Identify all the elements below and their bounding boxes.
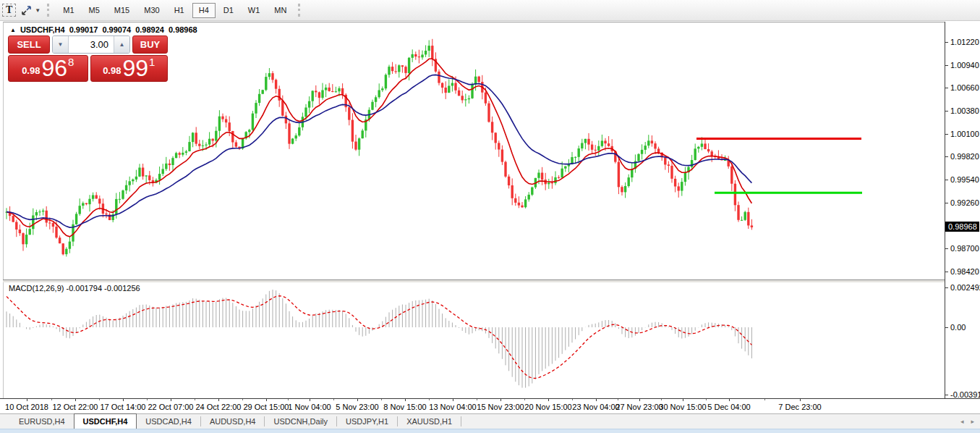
volume-stepper: ▼ 3.00 ▲ [52,35,130,54]
sell-pips: 96 [41,57,67,79]
time-axis-label: 29 Oct 15:00 [244,403,289,411]
time-axis-tick [171,399,171,401]
time-axis-tick [266,399,267,401]
time-axis-tick [123,399,124,401]
price-axis-tick [945,287,948,288]
time-axis-label: 30 Nov 15:00 [659,403,706,411]
price-axis[interactable]: 1.012201.009401.006601.003801.001000.998… [945,22,980,398]
time-axis-label: 1 Nov 04:00 [288,403,331,411]
chart-tab-usdjpy-h1[interactable]: USDJPY,H1 [337,414,397,429]
text-tool-button[interactable]: T [1,1,17,19]
volume-decrease-button[interactable]: ▼ [53,36,69,53]
macd-axis-label: 0.00 [950,323,966,332]
time-axis-tick [357,399,358,401]
time-axis-minor-tick [477,399,477,400]
price-axis-tick [945,42,948,43]
timeframe-toolbar: M1M5M15M30H1H4D1W1MN [56,3,294,18]
volume-input[interactable]: 3.00 [69,36,114,53]
status-strip [0,429,980,433]
macd-indicator-pane[interactable]: MACD(12,26,9) -0.001794 -0.001256 [3,282,945,398]
price-axis-tick [945,111,948,112]
timeframe-button-m15[interactable]: M15 [108,3,136,18]
time-axis-minor-tick [381,399,382,400]
timeframe-button-h1[interactable]: H1 [168,3,191,18]
time-axis-label: 23 Nov 04:00 [572,403,619,411]
time-axis-tick [683,399,683,401]
current-price-label: 0.98968 [945,222,979,232]
toolbar-grip[interactable] [298,4,302,17]
price-axis-tick [945,203,948,203]
time-axis-label: 20 Nov 15:00 [524,403,571,411]
sell-quote-button[interactable]: 0.98 96 8 [8,55,88,82]
time-axis-tick [800,399,801,401]
time-axis[interactable]: 10 Oct 201812 Oct 22:0017 Oct 14:0022 Oc… [0,398,980,414]
chart-tab-usdchf-h4[interactable]: USDCHF,H4 [74,413,137,429]
timeframe-button-d1[interactable]: D1 [217,3,240,18]
time-axis-minor-tick [764,399,765,400]
time-axis-tick [596,399,597,401]
timeframe-button-mn[interactable]: MN [268,3,293,18]
price-axis-tick [945,156,948,157]
timeframe-button-m1[interactable]: M1 [56,3,80,18]
price-axis-tick [945,248,948,249]
buy-button[interactable]: BUY [132,35,168,54]
low-value: 0.98924 [135,25,164,34]
price-axis-tick [945,395,948,395]
timeframe-button-m30[interactable]: M30 [137,3,166,18]
triangle-up-icon: ▲ [119,41,125,48]
time-axis-tick [218,399,219,401]
symbol-label: USDCHF,H4 [20,25,65,34]
tab-scroll-left-icon[interactable]: ◂ [960,418,964,425]
time-axis-tick [27,399,27,401]
tab-scroll-right-icon[interactable]: ▸ [971,418,974,425]
high-value: 0.99074 [102,25,131,34]
collapse-panel-icon[interactable]: ▲ [10,27,16,33]
sell-button[interactable]: SELL [8,35,50,54]
arrow-objects-button[interactable]: ▼ [20,1,41,19]
time-axis-minor-tick [661,399,662,400]
price-chart-pane[interactable]: ▲ USDCHF,H4 0.99017 0.99074 0.98924 0.98… [3,22,945,280]
time-axis-tick [639,399,640,401]
time-axis-label: 10 Oct 2018 [5,403,48,411]
chart-tab-xauusd-h1[interactable]: XAUUSD,H1 [398,414,461,429]
chart-tab-usdcnh-daily[interactable]: USDCNH,Daily [265,414,336,429]
time-axis-minor-tick [242,399,243,400]
arrow-objects-icon [20,5,33,16]
time-axis-minor-tick [51,399,52,400]
macd-axis-label: 0.002492 [950,283,980,292]
open-value: 0.99017 [69,25,98,34]
time-axis-label: 12 Oct 22:00 [53,403,98,411]
timeframe-button-m5[interactable]: M5 [82,3,106,18]
one-click-trading-panel: SELL ▼ 3.00 ▲ BUY 0.98 96 8 0.98 99 1 [8,35,168,82]
price-axis-label: 1.00660 [950,83,979,92]
price-axis-label: 0.98420 [950,267,979,276]
time-axis-label: 27 Nov 23:00 [615,403,662,411]
price-axis-tick [945,272,948,272]
tab-scroll-buttons: ◂▸ [960,414,974,429]
price-axis-label: 1.00940 [950,61,979,70]
time-axis-tick [405,399,406,401]
chart-tab-bar: EURUSD,H4USDCHF,H4USDCAD,H4AUDUSD,H4USDC… [0,413,980,429]
close-value: 0.98968 [169,25,197,34]
time-axis-tick [75,399,76,401]
toolbar-grip[interactable] [47,4,51,17]
time-axis-minor-tick [195,399,195,400]
price-axis-tick [945,180,948,180]
time-axis-tick [310,399,310,401]
volume-increase-button[interactable]: ▲ [114,36,129,53]
chevron-down-icon: ▼ [35,7,41,14]
timeframe-button-h4[interactable]: H4 [192,3,216,18]
price-axis-tick [945,327,948,328]
time-axis-minor-tick [288,399,289,400]
price-axis-tick [945,65,948,66]
price-axis-label: 0.99540 [950,175,979,184]
buy-quote-button[interactable]: 0.98 99 1 [90,55,169,82]
chart-tab-eurusd-h4[interactable]: EURUSD,H4 [10,414,74,429]
chart-tab-usdcad-h4[interactable]: USDCAD,H4 [137,414,200,429]
time-axis-tick [548,399,549,401]
time-axis-tick [729,399,730,401]
time-axis-minor-tick [147,399,148,400]
chart-tab-audusd-h4[interactable]: AUDUSD,H4 [201,414,265,429]
timeframe-button-w1[interactable]: W1 [242,3,267,18]
time-axis-label: 13 Nov 04:00 [429,403,476,411]
